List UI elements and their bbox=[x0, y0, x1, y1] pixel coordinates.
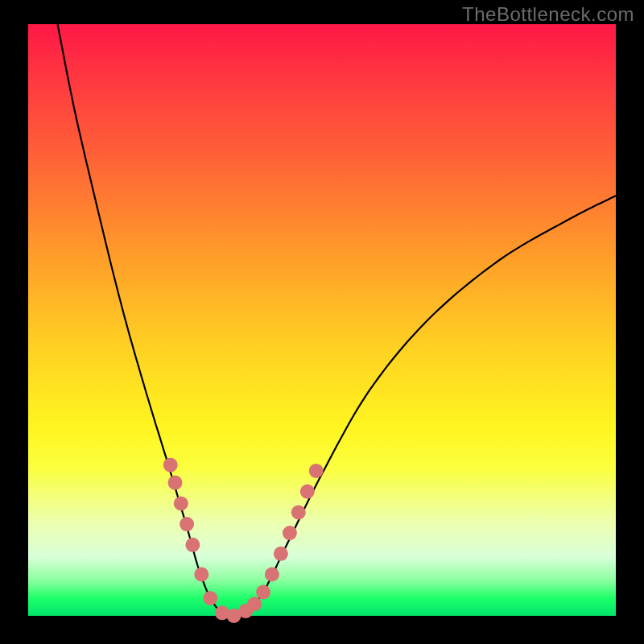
highlight-dot bbox=[180, 517, 194, 531]
highlight-dots-group bbox=[163, 458, 324, 623]
highlight-dot bbox=[265, 568, 279, 582]
highlight-dot bbox=[283, 526, 297, 540]
highlight-dot bbox=[163, 458, 178, 473]
highlight-dot bbox=[274, 547, 288, 561]
highlight-dot bbox=[309, 464, 324, 478]
highlight-dot bbox=[168, 476, 183, 490]
highlight-dot bbox=[203, 591, 217, 605]
highlight-dot bbox=[174, 496, 188, 510]
watermark-text: TheBottleneck.com bbox=[462, 3, 634, 26]
chart-svg bbox=[28, 24, 616, 616]
plot-area bbox=[28, 24, 616, 616]
bottleneck-curve bbox=[58, 24, 617, 616]
highlight-dot bbox=[256, 585, 270, 600]
highlight-dot bbox=[194, 568, 208, 582]
highlight-dot bbox=[291, 505, 306, 519]
chart-frame: TheBottleneck.com bbox=[0, 0, 644, 644]
highlight-dot bbox=[300, 485, 315, 499]
highlight-dot bbox=[185, 538, 200, 552]
highlight-dot bbox=[247, 597, 262, 611]
